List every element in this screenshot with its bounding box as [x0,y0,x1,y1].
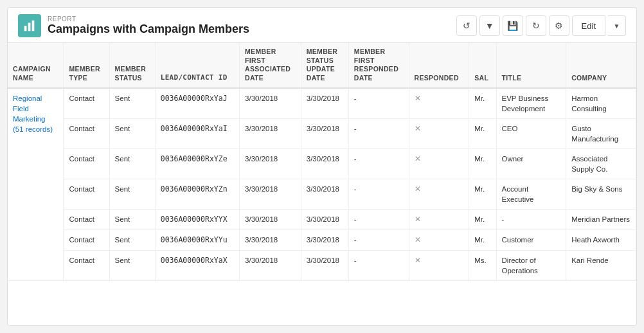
table-row: ContactSent0036A00000RxYYX3/30/20183/30/… [8,210,636,230]
first-responded-date-cell: - [348,179,409,210]
member-type-cell: Contact [64,210,109,230]
table-row: ContactSent0036A00000RxYYu3/30/20183/30/… [8,230,636,251]
svg-rect-0 [24,26,27,31]
sal-cell: Mr. [469,118,496,148]
refresh-button[interactable]: ↺ [456,15,477,36]
x-mark-icon: ✕ [415,184,421,194]
sal-cell: Mr. [469,148,496,179]
status-update-date-cell: 3/30/2018 [301,118,348,148]
member-status-cell: Sent [109,210,155,230]
share-button[interactable]: 💾 [503,15,523,36]
title-cell: Owner [496,148,566,179]
responded-cell: ✕ [409,118,469,148]
first-responded-date-cell: - [348,230,409,251]
table-row: ContactSent0036A00000RxYZe3/30/20183/30/… [8,148,636,179]
lead-contact-id-cell: 0036A00000RxYaX [155,250,239,280]
first-responded-date-cell: - [348,88,409,119]
status-update-date-cell: 3/30/2018 [301,230,348,251]
company-cell: Big Sky & Sons [566,179,636,210]
sal-cell: Mr. [469,210,496,230]
first-assoc-date-cell: 3/30/2018 [240,118,301,148]
title-cell: CEO [496,118,566,148]
col-header-lead-contact-id: LEAD/CONTACT ID [155,43,239,88]
first-responded-date-cell: - [348,118,409,148]
responded-cell: ✕ [409,250,469,280]
company-cell: Associated Supply Co. [566,148,636,179]
company-cell: Heath Axworth [566,230,636,251]
first-responded-date-cell: - [348,210,409,230]
sal-cell: Mr. [469,230,496,251]
table-header-row: CAMPAIGN NAME MEMBER TYPE MEMBER STATUS … [8,43,636,88]
col-header-member-type: MEMBER TYPE [64,43,109,88]
reload-button[interactable]: ↻ [526,15,546,36]
member-status-cell: Sent [109,230,155,251]
table-row: ContactSent0036A00000RxYZn3/30/20183/30/… [8,179,636,210]
member-type-cell: Contact [64,118,109,148]
lead-contact-id-cell: 0036A00000RxYZn [155,179,239,210]
x-mark-icon: ✕ [415,256,421,265]
campaign-name-cell[interactable]: Regional Field Marketing(51 records) [8,88,64,281]
sal-cell: Ms. [469,250,496,280]
first-assoc-date-cell: 3/30/2018 [240,88,301,119]
x-mark-icon: ✕ [415,154,421,163]
company-cell: Kari Rende [566,250,636,280]
x-mark-icon: ✕ [415,235,421,244]
responded-cell: ✕ [409,148,469,179]
status-update-date-cell: 3/30/2018 [301,179,348,210]
title-cell: Account Executive [496,179,566,210]
header-text: REPORT Campaigns with Campaign Members [48,15,249,36]
first-responded-date-cell: - [348,148,409,179]
member-status-cell: Sent [109,148,155,179]
responded-cell: ✕ [409,210,469,230]
edit-button[interactable]: Edit [572,15,605,36]
svg-rect-2 [32,21,35,32]
lead-contact-id-cell: 0036A00000RxYaI [155,118,239,148]
lead-contact-id-cell: 0036A00000RxYYu [155,230,239,251]
table-row: Regional Field Marketing(51 records)Cont… [8,88,636,119]
header-actions: ↺ ▼ 💾 ↻ ⚙ Edit ▼ [456,15,626,36]
edit-dropdown-button[interactable]: ▼ [608,15,626,36]
member-status-cell: Sent [109,88,155,119]
sal-cell: Mr. [469,88,496,119]
title-cell: - [496,210,566,230]
title-cell: Director of Operations [496,250,566,280]
lead-contact-id-cell: 0036A00000RxYaJ [155,88,239,119]
report-icon [18,14,41,37]
report-header: REPORT Campaigns with Campaign Members ↺… [8,8,636,43]
sal-cell: Mr. [469,179,496,210]
report-title: Campaigns with Campaign Members [48,22,249,36]
x-mark-icon: ✕ [415,94,421,103]
member-type-cell: Contact [64,230,109,251]
first-assoc-date-cell: 3/30/2018 [240,148,301,179]
company-cell: Harmon Consulting [566,88,636,119]
col-header-campaign-name: CAMPAIGN NAME [8,43,64,88]
member-status-cell: Sent [109,118,155,148]
lead-contact-id-cell: 0036A00000RxYZe [155,148,239,179]
status-update-date-cell: 3/30/2018 [301,250,348,280]
col-header-status-update-date: MEMBER STATUS UPDATE DATE [301,43,348,88]
company-cell: Meridian Partners [566,210,636,230]
table-row: ContactSent0036A00000RxYaI3/30/20183/30/… [8,118,636,148]
first-assoc-date-cell: 3/30/2018 [240,179,301,210]
report-label: REPORT [48,15,249,22]
svg-rect-1 [28,22,31,31]
filter-button[interactable]: ▼ [479,15,500,36]
status-update-date-cell: 3/30/2018 [301,148,348,179]
col-header-member-status: MEMBER STATUS [109,43,155,88]
col-header-first-responded-date: MEMBER FIRST RESPONDED DATE [348,43,409,88]
table-wrapper: CAMPAIGN NAME MEMBER TYPE MEMBER STATUS … [8,43,636,325]
title-cell: Customer [496,230,566,251]
col-header-title: TITLE [496,43,566,88]
campaign-name-link[interactable]: Regional Field Marketing(51 records) [13,93,58,134]
member-type-cell: Contact [64,250,109,280]
member-status-cell: Sent [109,179,155,210]
first-responded-date-cell: - [348,250,409,280]
title-cell: EVP Business Development [496,88,566,119]
header-left: REPORT Campaigns with Campaign Members [18,14,249,37]
first-assoc-date-cell: 3/30/2018 [240,230,301,251]
table-row: ContactSent0036A00000RxYaX3/30/20183/30/… [8,250,636,280]
settings-button[interactable]: ⚙ [549,15,569,36]
status-update-date-cell: 3/30/2018 [301,210,348,230]
first-assoc-date-cell: 3/30/2018 [240,210,301,230]
member-status-cell: Sent [109,250,155,280]
